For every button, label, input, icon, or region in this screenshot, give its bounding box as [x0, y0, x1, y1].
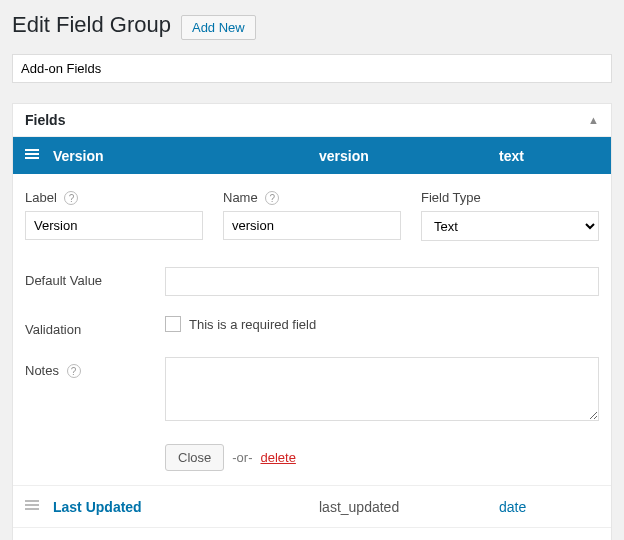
help-icon[interactable]: ?: [67, 364, 81, 378]
panel-title: Fields: [25, 112, 65, 128]
default-value-input[interactable]: [165, 267, 599, 296]
type-label: Field Type: [421, 190, 599, 205]
name-label: Name ?: [223, 190, 401, 205]
delete-link[interactable]: delete: [260, 450, 295, 465]
drag-icon[interactable]: [25, 147, 53, 164]
required-checkbox[interactable]: [165, 316, 181, 332]
field-row-expanded-header[interactable]: Version version text: [13, 137, 611, 174]
collapse-icon[interactable]: ▲: [588, 114, 599, 126]
default-value-label: Default Value: [25, 267, 165, 288]
header-name: version: [319, 148, 499, 164]
fields-panel: Fields ▲ Version version text Label ? Na…: [12, 103, 612, 540]
field-row[interactable]: Requires requires text: [13, 527, 611, 540]
add-new-button[interactable]: Add New: [181, 15, 256, 40]
notes-label: Notes ?: [25, 357, 165, 378]
row-label[interactable]: Last Updated: [53, 499, 319, 515]
label-input[interactable]: [25, 211, 203, 240]
required-label: This is a required field: [189, 317, 316, 332]
help-icon[interactable]: ?: [265, 191, 279, 205]
header-type: text: [499, 148, 599, 164]
page-title: Edit Field Group: [12, 12, 171, 38]
group-title-input[interactable]: [12, 54, 612, 83]
field-row[interactable]: Last Updated last_updated date: [13, 485, 611, 527]
help-icon[interactable]: ?: [64, 191, 78, 205]
row-type[interactable]: date: [499, 499, 599, 515]
label-label: Label ?: [25, 190, 203, 205]
row-name: last_updated: [319, 499, 499, 515]
drag-icon[interactable]: [25, 498, 53, 515]
close-button[interactable]: Close: [165, 444, 224, 471]
or-separator: -or-: [232, 450, 252, 465]
name-input[interactable]: [223, 211, 401, 240]
type-select[interactable]: Text: [421, 211, 599, 241]
header-label: Version: [53, 148, 319, 164]
notes-textarea[interactable]: [165, 357, 599, 421]
validation-label: Validation: [25, 316, 165, 337]
